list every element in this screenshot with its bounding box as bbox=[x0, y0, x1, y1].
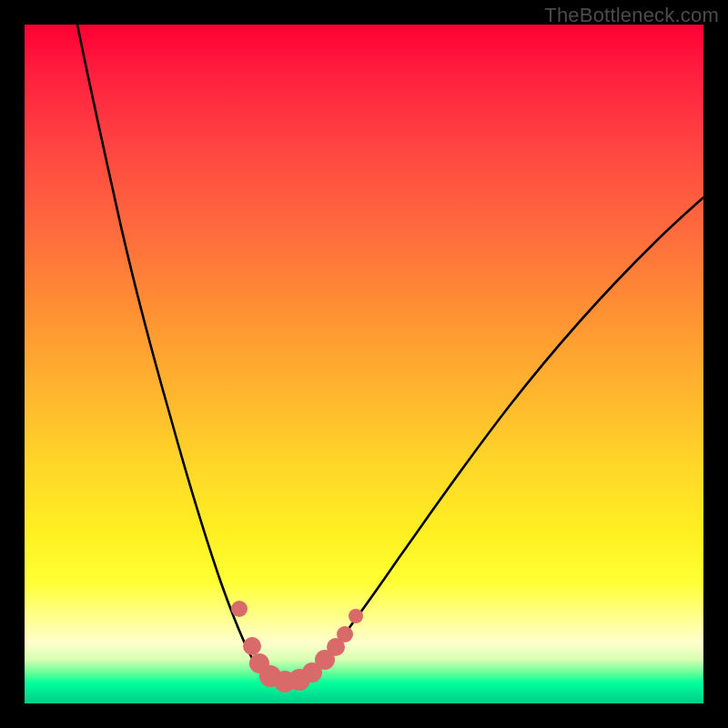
chart-frame bbox=[25, 25, 703, 703]
highlight-dot bbox=[243, 637, 261, 655]
watermark-text: TheBottleneck.com bbox=[544, 4, 719, 27]
chart-svg bbox=[25, 25, 703, 703]
highlight-dot bbox=[231, 601, 248, 617]
highlight-dots-group bbox=[231, 601, 363, 693]
bottleneck-curve-path bbox=[77, 25, 703, 684]
highlight-dot bbox=[337, 626, 353, 642]
highlight-dot bbox=[349, 609, 363, 623]
